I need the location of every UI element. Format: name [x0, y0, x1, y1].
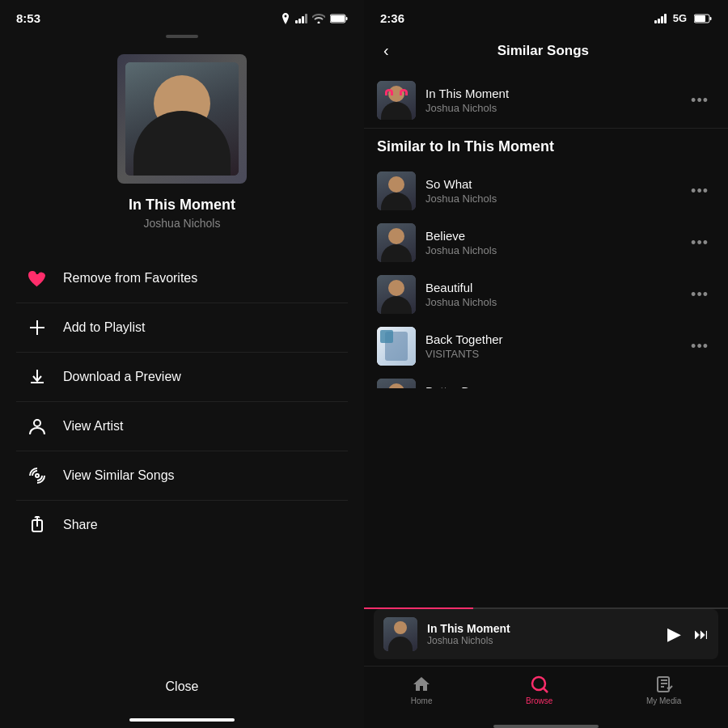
download-preview-item[interactable]: Download a Preview — [16, 353, 348, 402]
person-icon — [24, 413, 50, 439]
current-song-title: In This Moment — [425, 87, 684, 100]
right-status-bar: 2:36 5G — [364, 0, 728, 32]
view-artist-item[interactable]: View Artist — [16, 402, 348, 451]
song-artist-2: Joshua Nichols — [425, 296, 684, 308]
section-header: Similar to In This Moment — [364, 129, 728, 162]
song-row-3[interactable]: Back Together VISITANTS ••• — [364, 320, 728, 372]
nav-my-media-label: My Media — [646, 696, 681, 705]
nav-title: Similar Songs — [396, 43, 691, 59]
download-icon — [24, 364, 50, 390]
share-label: Share — [63, 518, 98, 532]
now-playing-bar[interactable]: In This Moment Joshua Nichols ▶ ⏭ — [374, 609, 718, 659]
current-song-row[interactable]: In This Moment Joshua Nichols ••• — [364, 73, 728, 129]
song-row-0[interactable]: So What Joshua Nichols ••• — [364, 165, 728, 217]
home-indicator-right — [493, 725, 599, 728]
left-time: 8:53 — [16, 11, 40, 25]
left-status-icons — [281, 13, 348, 24]
nav-home-label: Home — [411, 696, 433, 705]
remove-favorites-label: Remove from Favorites — [63, 271, 197, 286]
song-more-button-1[interactable]: ••• — [684, 231, 715, 255]
song-thumb-1 — [377, 223, 416, 262]
song-more-button-0[interactable]: ••• — [684, 180, 715, 203]
view-similar-label: View Similar Songs — [63, 468, 175, 483]
bottom-nav: Home Browse My Media — [364, 666, 728, 722]
close-button[interactable]: Close — [166, 663, 199, 718]
now-playing-thumb — [383, 617, 417, 651]
svg-point-6 — [34, 420, 40, 426]
now-playing-info: In This Moment Joshua Nichols — [427, 622, 667, 646]
nav-my-media[interactable]: My Media — [646, 675, 681, 705]
current-song-info: In This Moment Joshua Nichols — [425, 87, 684, 114]
signal-bars-left — [295, 14, 307, 23]
song-thumb-2 — [377, 275, 416, 314]
download-preview-label: Download a Preview — [63, 370, 181, 384]
song-row-2[interactable]: Beautiful Joshua Nichols ••• — [364, 269, 728, 320]
nav-bar: ‹ Similar Songs — [364, 32, 728, 73]
svg-point-7 — [36, 474, 39, 477]
song-title-1: Believe — [425, 229, 684, 243]
wifi-icon-left — [312, 14, 325, 23]
svg-point-13 — [532, 677, 545, 690]
radio-icon — [24, 463, 50, 489]
song-thumb-0 — [377, 171, 416, 210]
battery-icon-left — [330, 14, 348, 23]
nav-home[interactable]: Home — [411, 675, 433, 705]
song-list: So What Joshua Nichols ••• Believe Joshu… — [364, 162, 728, 388]
song-info-1: Believe Joshua Nichols — [425, 229, 684, 256]
heart-icon — [24, 265, 50, 291]
skip-button[interactable]: ⏭ — [694, 626, 709, 643]
left-artist-name: Joshua Nichols — [144, 217, 221, 230]
my-media-icon — [654, 675, 674, 694]
song-more-button-3[interactable]: ••• — [684, 335, 715, 358]
song-artist-0: Joshua Nichols — [425, 193, 684, 205]
view-similar-item[interactable]: View Similar Songs — [16, 451, 348, 501]
current-song-thumb — [377, 81, 416, 120]
add-playlist-item[interactable]: Add to Playlist — [16, 303, 348, 353]
home-indicator-left — [129, 718, 235, 722]
share-item[interactable]: Share — [16, 501, 348, 549]
song-more-button-2[interactable]: ••• — [684, 283, 715, 307]
nav-browse[interactable]: Browse — [526, 675, 552, 705]
svg-rect-12 — [710, 17, 712, 20]
song-info-3: Back Together VISITANTS — [425, 332, 684, 360]
left-status-bar: 8:53 — [0, 0, 364, 32]
browse-icon — [530, 675, 549, 694]
current-song-more-button[interactable]: ••• — [684, 89, 715, 112]
song-row-1[interactable]: Believe Joshua Nichols ••• — [364, 217, 728, 269]
network-label: 5G — [673, 12, 687, 24]
now-playing-artist: Joshua Nichols — [427, 635, 667, 646]
battery-icon-right — [694, 14, 712, 23]
song-title-0: So What — [425, 177, 684, 191]
song-row-4[interactable]: Better Days Joshua Nichols ••• — [364, 372, 728, 388]
song-artist-3: VISITANTS — [425, 348, 684, 360]
svg-rect-1 — [331, 15, 345, 22]
song-title-2: Beautiful — [425, 281, 684, 294]
now-playing-controls: ▶ ⏭ — [667, 624, 709, 645]
add-playlist-label: Add to Playlist — [63, 320, 145, 335]
left-panel: 8:53 — [0, 0, 364, 728]
back-button[interactable]: ‹ — [377, 38, 396, 63]
remove-favorites-item[interactable]: Remove from Favorites — [16, 254, 348, 303]
view-artist-label: View Artist — [63, 419, 123, 434]
plus-icon — [24, 315, 50, 341]
left-song-title: In This Moment — [129, 197, 235, 214]
drag-handle — [166, 35, 198, 38]
song-thumb-4 — [377, 379, 416, 388]
now-playing-title: In This Moment — [427, 622, 667, 635]
song-title-3: Back Together — [425, 332, 684, 346]
song-thumb-3 — [377, 327, 416, 366]
song-info-2: Beautiful Joshua Nichols — [425, 281, 684, 308]
signal-bars-right — [654, 14, 667, 23]
current-song-artist: Joshua Nichols — [425, 102, 684, 114]
svg-rect-11 — [695, 15, 705, 22]
song-info-0: So What Joshua Nichols — [425, 177, 684, 205]
right-status-icons: 5G — [654, 12, 712, 24]
right-time: 2:36 — [380, 11, 404, 25]
svg-line-14 — [544, 688, 548, 692]
share-icon — [24, 512, 50, 538]
right-panel: 2:36 5G ‹ Similar Songs — [364, 0, 728, 728]
location-icon — [281, 13, 290, 24]
home-icon — [412, 675, 431, 694]
song-artist-1: Joshua Nichols — [425, 244, 684, 256]
play-button[interactable]: ▶ — [667, 624, 681, 645]
